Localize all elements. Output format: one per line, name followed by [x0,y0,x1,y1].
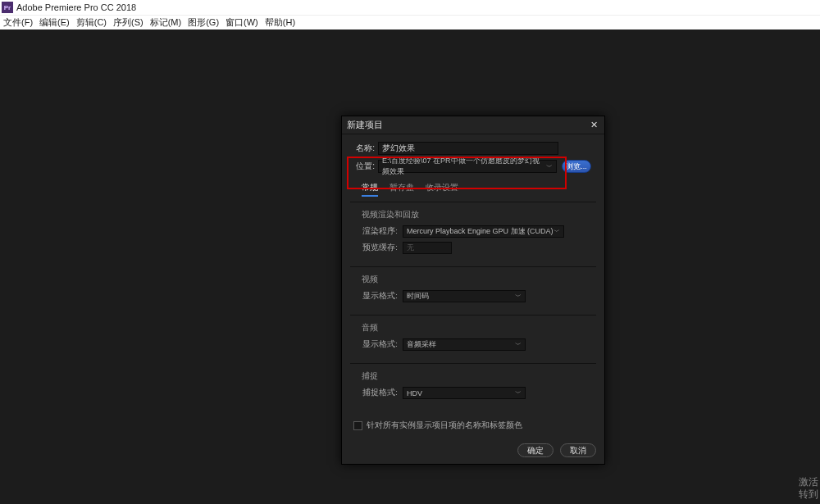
name-input[interactable]: 梦幻效果 [378,142,558,155]
menu-window[interactable]: 窗口(W) [226,16,258,29]
menu-file[interactable]: 文件(F) [3,16,33,29]
activation-watermark: 激活 转到 [799,476,818,501]
menu-graph[interactable]: 图形(G) [188,16,219,29]
cancel-button[interactable]: 取消 [560,443,596,457]
dialog-title-bar: 新建项目 ✕ [342,116,604,134]
checkbox-icon[interactable] [353,421,362,430]
display-names-checkbox-row[interactable]: 针对所有实例显示项目项的名称和标签颜色 [350,420,596,431]
dialog-title: 新建项目 [347,119,383,131]
location-row: 位置: E:\百度经验\07 在PR中做一个仿磨磨皮的梦幻视频效果 ﹀ 浏览..… [350,159,596,174]
browse-button[interactable]: 浏览... [562,160,591,173]
chevron-down-icon: ﹀ [515,340,522,349]
new-project-dialog: 新建项目 ✕ 名称: 梦幻效果 位置: E:\百度经验\07 在PR中做一个仿磨… [341,116,605,465]
audio-display-label: 显示格式: [362,339,403,350]
cache-value: 无 [407,243,414,253]
location-select[interactable]: E:\百度经验\07 在PR中做一个仿磨磨皮的梦幻视频效果 ﹀ [378,160,557,173]
name-label: 名称: [350,143,378,154]
audio-display-select[interactable]: 音频采样 ﹀ [403,338,526,351]
cache-label: 预览缓存: [362,243,403,253]
title-bar: Pr Adobe Premiere Pro CC 2018 [0,0,820,15]
menu-clip[interactable]: 剪辑(C) [76,16,107,29]
menu-edit[interactable]: 编辑(E) [39,16,70,29]
location-label: 位置: [350,161,378,172]
section-render: 视频渲染和回放 渲染程序: Mercury Playback Engine GP… [350,202,596,266]
video-display-select[interactable]: 时间码 ﹀ [403,290,526,302]
renderer-label: 渲染程序: [362,226,403,237]
app-icon: Pr [2,2,13,13]
chevron-down-icon: ﹀ [554,227,560,236]
video-display-value: 时间码 [407,291,429,302]
location-value: E:\百度经验\07 在PR中做一个仿磨磨皮的梦幻视频效果 [382,156,546,177]
capture-format-select[interactable]: HDV ﹀ [403,387,526,399]
section-audio-title: 音频 [362,322,596,334]
close-icon[interactable]: ✕ [588,120,599,131]
tab-ingest[interactable]: 收录设置 [426,182,458,197]
workspace: 新建项目 ✕ 名称: 梦幻效果 位置: E:\百度经验\07 在PR中做一个仿磨… [0,30,820,504]
chevron-down-icon: ﹀ [515,388,522,397]
menu-bar: 文件(F) 编辑(E) 剪辑(C) 序列(S) 标记(M) 图形(G) 窗口(W… [0,15,820,30]
section-capture-title: 捕捉 [362,370,596,382]
cache-value-box: 无 [403,242,452,254]
menu-seq[interactable]: 序列(S) [113,16,144,29]
tab-general[interactable]: 常规 [362,182,378,197]
menu-help[interactable]: 帮助(H) [265,16,295,29]
section-video: 视频 显示格式: 时间码 ﹀ [350,266,596,315]
tabs: 常规 暂存盘 收录设置 [362,182,596,197]
section-render-title: 视频渲染和回放 [362,209,596,220]
app-title: Adobe Premiere Pro CC 2018 [16,2,136,12]
tab-scratch[interactable]: 暂存盘 [390,182,414,197]
menu-marker[interactable]: 标记(M) [150,16,182,29]
checkbox-label: 针对所有实例显示项目项的名称和标签颜色 [367,420,522,431]
ok-button[interactable]: 确定 [517,443,554,457]
name-row: 名称: 梦幻效果 [350,141,596,156]
chevron-down-icon: ﹀ [546,162,553,171]
renderer-value: Mercury Playback Engine GPU 加速 (CUDA) [407,226,554,237]
section-video-title: 视频 [362,274,596,285]
dialog-footer: 确定 取消 [517,443,596,457]
capture-format-label: 捕捉格式: [362,388,403,398]
capture-format-value: HDV [407,389,422,397]
section-capture: 捕捉 捕捉格式: HDV ﹀ [350,363,596,411]
section-audio: 音频 显示格式: 音频采样 ﹀ [350,315,596,363]
dialog-body: 名称: 梦幻效果 位置: E:\百度经验\07 在PR中做一个仿磨磨皮的梦幻视频… [342,134,604,431]
renderer-select[interactable]: Mercury Playback Engine GPU 加速 (CUDA) ﹀ [403,225,564,238]
watermark-line2: 转到 [799,488,818,501]
chevron-down-icon: ﹀ [515,292,522,301]
audio-display-value: 音频采样 [407,339,436,350]
watermark-line1: 激活 [799,476,818,488]
video-display-label: 显示格式: [362,291,403,302]
